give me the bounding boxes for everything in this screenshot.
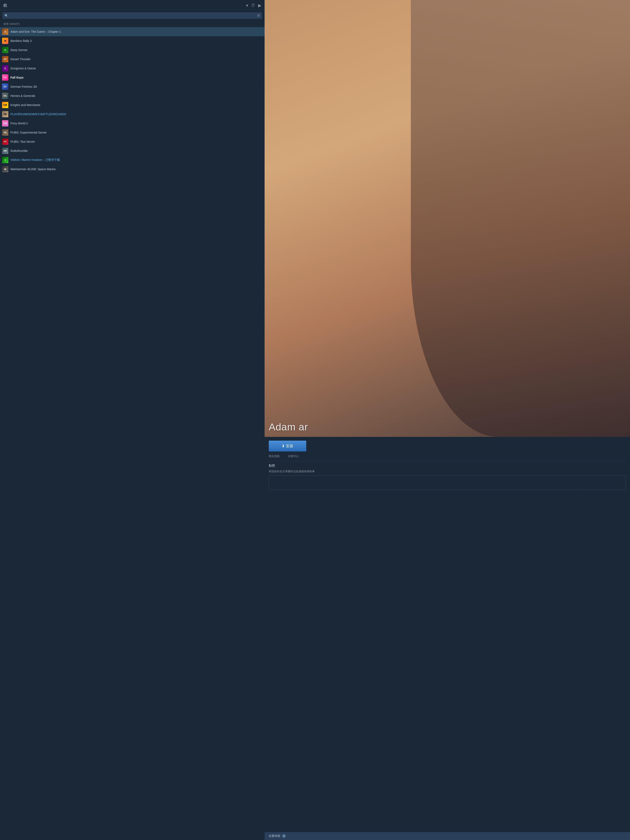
game-list-item[interactable]: WBambino Rally 3 — [0, 36, 265, 46]
game-list-item[interactable]: PEPUBG: Experimental Server — [0, 128, 265, 137]
game-icon: FG — [2, 74, 8, 81]
game-list-item[interactable]: PWPony World 2 — [0, 119, 265, 128]
install-button[interactable]: ⬇ 安裝 — [269, 441, 306, 452]
search-bar[interactable]: 🔍 ⚙ — [3, 12, 262, 19]
game-list-item[interactable]: RRRoBoRumble — [0, 146, 265, 155]
game-name: German Fortress 3D — [10, 85, 37, 88]
game-list-item[interactable]: WWarhammer 40,000: Space Marine — [0, 164, 265, 174]
game-icon: GF — [2, 84, 8, 90]
game-icon: PW — [2, 120, 8, 126]
clock-icon[interactable]: ⏱ — [251, 3, 255, 8]
search-input[interactable] — [10, 14, 256, 17]
sidebar-header: 戲 ▾ ⏱ ▶ — [0, 0, 265, 10]
game-name: Desert Thunder — [10, 57, 31, 61]
game-list-item[interactable]: DTDesert Thunder — [0, 55, 265, 64]
game-detail-panel: ⬇ 安裝 商店頁面 社群中心 動態 和您的好友分享關於這款遊戲的新鮮事 — [265, 437, 630, 840]
community-help-icon[interactable]: ? — [282, 834, 286, 838]
game-list: AAdam and Eve: The Game – Chapter 1WBamb… — [0, 27, 265, 840]
game-name: Adam and Eve: The Game – Chapter 1 — [10, 30, 61, 33]
search-icon: 🔍 — [5, 14, 8, 17]
hero-background — [411, 0, 630, 437]
activity-section: 動態 和您的好友分享關於這款遊戲的新鮮事 — [269, 461, 626, 490]
game-name: Bambino Rally 3 — [10, 39, 32, 43]
game-hero-banner: Adam ar — [265, 0, 630, 437]
community-content-label: 社群內容 — [269, 834, 280, 838]
header-icons: ▾ ⏱ ▶ — [246, 3, 261, 8]
game-list-item[interactable]: DDungeons & Geese — [0, 64, 265, 73]
game-name: Visitors: Marine Invasion – 已暫停下載 — [10, 158, 60, 162]
action-links: 商店頁面 社群中心 — [269, 455, 626, 458]
game-icon: D — [2, 65, 8, 71]
community-section: 社群內容 ? — [265, 832, 630, 840]
game-name: Dungeons & Geese — [10, 67, 36, 70]
game-icon: V — [2, 157, 8, 163]
game-icon: W — [2, 38, 8, 44]
activity-input-box[interactable] — [269, 475, 626, 490]
game-list-item[interactable]: VVisitors: Marine Invasion – 已暫停下載 — [0, 155, 265, 164]
game-list-item[interactable]: HGHeroes & Generals — [0, 91, 265, 100]
game-list-item[interactable]: KMKnights and Merchants — [0, 100, 265, 110]
game-icon: W — [2, 166, 8, 172]
community-hub-link[interactable]: 社群中心 — [288, 455, 299, 458]
game-name: Deep Sorrow — [10, 48, 27, 52]
game-name: Knights and Merchants — [10, 103, 40, 107]
game-icon: KM — [2, 102, 8, 108]
filter-icon[interactable]: ⚙ — [257, 14, 260, 17]
game-name: Warhammer 40,000: Space Marine — [10, 167, 55, 171]
game-name: RoBoRumble — [10, 149, 28, 153]
game-library-sidebar: 戲 ▾ ⏱ ▶ 🔍 ⚙ 全部 (16/107) AAdam and Eve: T… — [0, 0, 265, 840]
game-title-hero: Adam ar — [269, 421, 308, 433]
game-list-item[interactable]: FGFall Guys — [0, 73, 265, 82]
activity-placeholder-text: 和您的好友分享關於這款遊戲的新鮮事 — [269, 469, 626, 474]
game-name: Fall Guys — [10, 76, 24, 79]
dropdown-icon[interactable]: ▾ — [246, 3, 248, 8]
right-panel: Adam ar ⬇ 安裝 商店頁面 社群中心 動態 和您的好友分享關於這款遊戲的… — [265, 0, 630, 840]
game-name: PLAYERUNKNOWN'S BATTLEGROUNDS — [10, 112, 66, 116]
game-icon: PT — [2, 139, 8, 145]
game-icon: PB — [2, 111, 8, 117]
game-icon: DT — [2, 56, 8, 62]
game-icon: HG — [2, 93, 8, 99]
game-icon: D — [2, 47, 8, 53]
game-name: PUBG: Test Server — [10, 140, 35, 143]
game-list-item[interactable]: PBPLAYERUNKNOWN'S BATTLEGROUNDS — [0, 110, 265, 119]
activity-title: 動態 — [269, 464, 626, 468]
library-label: 戲 — [3, 3, 7, 8]
game-icon: RR — [2, 148, 8, 154]
game-icon: A — [2, 28, 8, 35]
game-name: PUBG: Experimental Server — [10, 131, 47, 134]
game-list-item[interactable]: AAdam and Eve: The Game – Chapter 1 — [0, 27, 265, 36]
play-icon[interactable]: ▶ — [258, 3, 261, 8]
game-list-item[interactable]: GFGerman Fortress 3D — [0, 82, 265, 91]
section-label: 全部 (16/107) — [0, 21, 265, 27]
game-icon: PE — [2, 129, 8, 136]
game-list-item[interactable]: DDeep Sorrow — [0, 46, 265, 55]
game-list-item[interactable]: PTPUBG: Test Server — [0, 137, 265, 146]
store-page-link[interactable]: 商店頁面 — [269, 455, 279, 458]
game-name: Pony World 2 — [10, 122, 28, 125]
game-name: Heroes & Generals — [10, 94, 35, 98]
